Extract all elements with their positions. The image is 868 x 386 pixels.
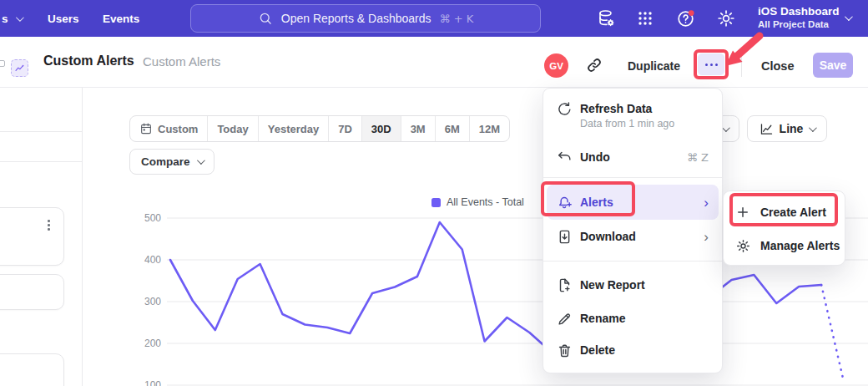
toolbar-divider xyxy=(741,55,742,77)
date-range-yesterday[interactable]: Yesterday xyxy=(259,116,329,141)
report-toolbar: Custom Alerts Custom Alerts GV Duplicate… xyxy=(0,37,868,88)
submenu-arrow-icon: › xyxy=(704,196,709,210)
report-chart-icon xyxy=(11,59,28,77)
more-options-menu: Refresh Data Data from 1 min ago Undo ⌘ … xyxy=(542,88,723,373)
duplicate-button[interactable]: Duplicate xyxy=(628,59,680,73)
menu-item-undo[interactable]: Undo ⌘ Z xyxy=(543,144,722,170)
date-range-30d-selected[interactable]: 30D xyxy=(362,116,401,141)
nav-item-events[interactable]: Events xyxy=(103,0,139,37)
svg-text:400: 400 xyxy=(144,254,161,266)
submenu-arrow-icon: › xyxy=(704,230,709,244)
menu-divider xyxy=(543,177,722,178)
bell-plus-icon xyxy=(557,193,575,211)
menu-item-new-report[interactable]: New Report xyxy=(543,272,722,298)
top-navigation-bar: s Users Events Open Reports & Dashboards… xyxy=(0,0,868,37)
date-range-3m[interactable]: 3M xyxy=(401,116,436,141)
date-range-control: Custom Today Yesterday 7D 30D 3M 6M 12M xyxy=(129,115,510,142)
chevron-down-icon xyxy=(722,124,730,132)
pencil-icon xyxy=(557,309,575,328)
svg-text:100: 100 xyxy=(144,379,161,386)
search-placeholder: Open Reports & Dashboards xyxy=(281,12,431,25)
undo-icon xyxy=(557,148,575,166)
undo-shortcut: ⌘ Z xyxy=(687,151,709,164)
search-shortcut: ⌘ + K xyxy=(440,13,474,25)
sidebar-card[interactable] xyxy=(0,274,64,310)
sidebar-divider xyxy=(0,131,82,132)
close-button[interactable]: Close xyxy=(761,59,795,73)
avatar[interactable]: GV xyxy=(544,53,568,78)
menu-item-delete[interactable]: Delete xyxy=(543,337,722,363)
trash-icon xyxy=(557,341,575,359)
share-link-icon[interactable] xyxy=(585,56,603,74)
page-title: Custom Alerts xyxy=(43,53,134,69)
chart-type-button[interactable]: Line xyxy=(747,115,827,142)
new-report-icon xyxy=(557,276,575,294)
sidebar-divider xyxy=(0,161,82,162)
sidebar-card[interactable] xyxy=(0,207,64,266)
submenu-item-create-alert[interactable]: Create Alert xyxy=(724,198,845,226)
help-icon[interactable] xyxy=(676,8,696,28)
date-range-6m[interactable]: 6M xyxy=(436,116,470,141)
search-icon xyxy=(258,11,273,26)
refresh-data-subtitle: Data from 1 min ago xyxy=(580,118,674,130)
data-management-icon[interactable] xyxy=(596,8,616,28)
refresh-icon xyxy=(557,99,575,118)
date-range-7d[interactable]: 7D xyxy=(329,116,362,141)
settings-gear-icon[interactable] xyxy=(716,8,736,28)
date-range-12m[interactable]: 12M xyxy=(470,116,509,141)
project-scope: All Project Data xyxy=(758,18,838,31)
sidebar-card[interactable] xyxy=(0,353,64,386)
line-chart-icon xyxy=(760,122,774,136)
dashboard-name: iOS Dashboard xyxy=(758,4,838,18)
collapsed-panel-fragment xyxy=(0,60,5,67)
menu-item-download[interactable]: Download › xyxy=(543,223,722,250)
menu-item-alerts[interactable]: Alerts › xyxy=(543,189,722,216)
breadcrumb: Custom Alerts xyxy=(143,54,220,69)
plus-icon xyxy=(735,203,754,221)
svg-text:200: 200 xyxy=(144,338,161,349)
date-range-custom[interactable]: Custom xyxy=(130,116,208,141)
nav-item-partial-label: s xyxy=(2,13,8,25)
calendar-icon xyxy=(139,122,153,135)
save-button[interactable]: Save xyxy=(813,53,853,78)
chevron-down-icon xyxy=(15,13,23,22)
svg-text:300: 300 xyxy=(144,296,161,307)
alerts-submenu: Create Alert Manage Alerts xyxy=(723,190,845,266)
search-input[interactable]: Open Reports & Dashboards ⌘ + K xyxy=(190,4,541,33)
date-range-today[interactable]: Today xyxy=(208,116,258,141)
gear-icon xyxy=(735,236,754,255)
chevron-down-icon xyxy=(196,156,204,165)
left-sidebar xyxy=(0,88,83,386)
svg-text:500: 500 xyxy=(144,212,161,224)
submenu-item-manage-alerts[interactable]: Manage Alerts xyxy=(724,231,845,260)
menu-item-rename[interactable]: Rename xyxy=(543,305,722,332)
chevron-down-icon xyxy=(845,13,853,21)
chevron-down-icon xyxy=(809,124,817,132)
nav-item-users[interactable]: Users xyxy=(48,0,79,37)
nav-item-partial[interactable]: s xyxy=(2,0,22,37)
apps-grid-icon[interactable] xyxy=(635,8,655,28)
menu-divider xyxy=(543,261,722,262)
card-more-options-icon[interactable] xyxy=(46,218,52,232)
download-icon xyxy=(557,227,575,246)
compare-button[interactable]: Compare xyxy=(129,149,214,175)
project-switcher[interactable]: iOS Dashboard All Project Data xyxy=(758,4,838,31)
more-options-button[interactable] xyxy=(698,53,724,75)
app-window: s Users Events Open Reports & Dashboards… xyxy=(0,0,868,386)
notification-dot xyxy=(689,10,694,16)
